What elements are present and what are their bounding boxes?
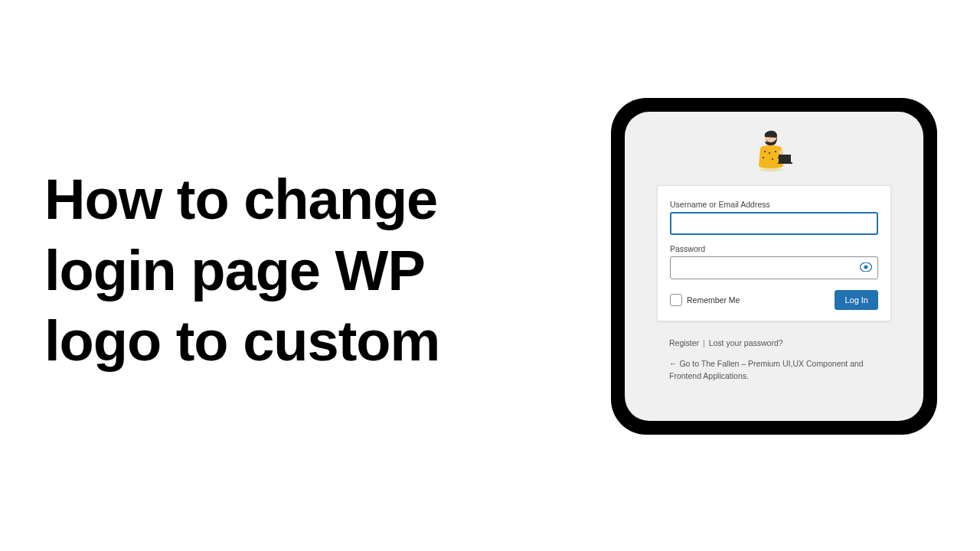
auth-links-row: Register | Lost your password? — [669, 338, 879, 347]
svg-point-8 — [759, 168, 783, 171]
password-input[interactable] — [670, 256, 878, 279]
svg-point-4 — [763, 157, 764, 158]
page-title: How to change login page WP logo to cust… — [44, 165, 550, 377]
login-button[interactable]: Log In — [835, 290, 878, 310]
username-input[interactable] — [670, 212, 878, 235]
username-field-group: Username or Email Address — [670, 200, 878, 235]
svg-point-2 — [769, 152, 770, 154]
password-label: Password — [670, 244, 878, 253]
svg-point-7 — [779, 151, 783, 155]
form-actions-row: Remember Me Log In — [670, 290, 878, 310]
back-arrow-icon: ← — [669, 359, 678, 368]
lost-password-link[interactable]: Lost your password? — [709, 338, 783, 347]
svg-point-1 — [764, 151, 766, 152]
below-card-links: Register | Lost your password? ← Go to T… — [657, 338, 891, 383]
remember-checkbox[interactable] — [670, 294, 682, 306]
remember-me-wrap[interactable]: Remember Me — [670, 294, 740, 306]
svg-point-9 — [864, 266, 868, 269]
svg-point-5 — [772, 158, 773, 160]
back-link-text: Go to The Fallen – Premium UI,UX Compone… — [669, 359, 864, 380]
login-form-card: Username or Email Address Password — [657, 185, 891, 321]
register-link[interactable]: Register — [669, 338, 699, 347]
custom-logo-illustration — [753, 127, 795, 176]
username-label: Username or Email Address — [670, 200, 878, 209]
back-to-site-link[interactable]: ← Go to The Fallen – Premium UI,UX Compo… — [669, 358, 879, 383]
login-screen: Username or Email Address Password — [625, 112, 923, 421]
link-divider: | — [703, 338, 705, 347]
device-frame: Username or Email Address Password — [611, 98, 937, 435]
show-password-icon[interactable] — [860, 261, 872, 275]
svg-point-3 — [775, 151, 776, 152]
remember-label: Remember Me — [687, 295, 740, 305]
password-field-group: Password — [670, 244, 878, 279]
